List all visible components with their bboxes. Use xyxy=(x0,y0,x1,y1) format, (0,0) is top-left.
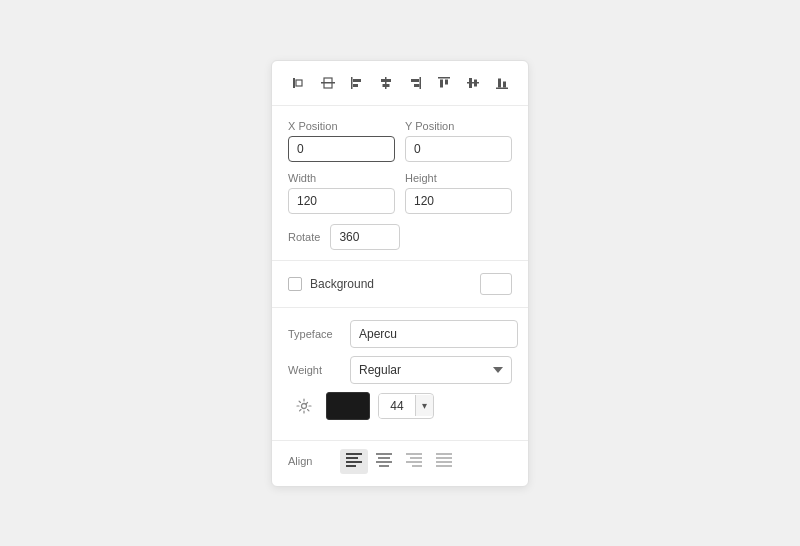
rotate-label: Rotate xyxy=(288,231,320,243)
align-center-v-button[interactable] xyxy=(316,71,340,95)
svg-rect-15 xyxy=(445,79,448,84)
position-size-section: X Position Y Position Width Height Rotat… xyxy=(272,106,528,261)
background-label: Background xyxy=(310,277,374,291)
font-size-dropdown[interactable]: ▾ xyxy=(415,395,433,416)
align-left-edge-button[interactable] xyxy=(287,71,311,95)
svg-rect-30 xyxy=(379,465,389,467)
svg-rect-36 xyxy=(436,457,452,459)
alignment-toolbar xyxy=(272,61,528,106)
y-position-label: Y Position xyxy=(405,120,512,132)
svg-rect-35 xyxy=(436,453,452,455)
rotate-input[interactable] xyxy=(330,224,400,250)
y-position-input[interactable] xyxy=(405,136,512,162)
svg-rect-18 xyxy=(474,79,477,86)
svg-rect-19 xyxy=(496,87,508,89)
width-label: Width xyxy=(288,172,395,184)
width-input[interactable] xyxy=(288,188,395,214)
text-align-justify-button[interactable] xyxy=(430,449,458,474)
color-settings-icon[interactable] xyxy=(290,392,318,420)
rotate-row: Rotate xyxy=(288,224,512,250)
svg-rect-8 xyxy=(381,79,391,82)
align-top-button[interactable] xyxy=(432,71,456,95)
x-position-input[interactable] xyxy=(288,136,395,162)
svg-rect-6 xyxy=(353,84,358,87)
svg-rect-13 xyxy=(438,77,450,79)
height-input[interactable] xyxy=(405,188,512,214)
align-bottom-button[interactable] xyxy=(490,71,514,95)
svg-rect-16 xyxy=(467,82,479,84)
text-align-buttons xyxy=(340,449,458,474)
svg-rect-29 xyxy=(376,461,392,463)
typography-section: Typeface Weight Regular Thin Light Mediu… xyxy=(272,308,528,441)
svg-rect-24 xyxy=(346,457,358,459)
background-color-swatch[interactable] xyxy=(480,273,512,295)
weight-select[interactable]: Regular Thin Light Medium Bold Black xyxy=(350,356,512,384)
position-row: X Position Y Position xyxy=(288,120,512,162)
background-left: Background xyxy=(288,277,374,291)
properties-panel: X Position Y Position Width Height Rotat… xyxy=(271,60,529,487)
svg-rect-10 xyxy=(419,77,421,89)
svg-rect-21 xyxy=(503,81,506,87)
background-checkbox[interactable] xyxy=(288,277,302,291)
svg-rect-2 xyxy=(321,82,335,84)
svg-rect-23 xyxy=(346,453,362,455)
svg-rect-32 xyxy=(410,457,422,459)
svg-rect-9 xyxy=(382,84,389,87)
width-group: Width xyxy=(288,172,395,214)
text-align-left-button[interactable] xyxy=(340,449,368,474)
svg-rect-26 xyxy=(346,465,356,467)
font-size-input[interactable] xyxy=(379,394,415,418)
x-position-group: X Position xyxy=(288,120,395,162)
svg-rect-0 xyxy=(293,78,295,88)
align-center-h-button[interactable] xyxy=(374,71,398,95)
text-align-center-button[interactable] xyxy=(370,449,398,474)
svg-rect-28 xyxy=(378,457,390,459)
x-position-label: X Position xyxy=(288,120,395,132)
typeface-row: Typeface xyxy=(288,320,512,348)
text-color-swatch[interactable] xyxy=(326,392,370,420)
svg-rect-31 xyxy=(406,453,422,455)
typeface-label: Typeface xyxy=(288,328,340,340)
align-label: Align xyxy=(288,455,340,467)
svg-rect-7 xyxy=(385,77,387,89)
svg-rect-33 xyxy=(406,461,422,463)
weight-label: Weight xyxy=(288,364,340,376)
weight-row: Weight Regular Thin Light Medium Bold Bl… xyxy=(288,356,512,384)
size-row: Width Height xyxy=(288,172,512,214)
svg-rect-20 xyxy=(498,78,501,87)
svg-rect-34 xyxy=(412,465,422,467)
text-align-right-button[interactable] xyxy=(400,449,428,474)
height-label: Height xyxy=(405,172,512,184)
svg-rect-11 xyxy=(411,79,419,82)
height-group: Height xyxy=(405,172,512,214)
align-left-button[interactable] xyxy=(345,71,369,95)
align-right-button[interactable] xyxy=(403,71,427,95)
svg-rect-1 xyxy=(296,80,302,86)
svg-rect-17 xyxy=(469,78,472,88)
background-section: Background xyxy=(272,261,528,308)
text-align-section: Align xyxy=(272,441,528,486)
font-size-control: ▾ xyxy=(378,393,434,419)
color-size-row: ▾ xyxy=(288,392,512,420)
svg-rect-38 xyxy=(436,465,452,467)
svg-rect-14 xyxy=(440,79,443,87)
align-middle-button[interactable] xyxy=(461,71,485,95)
svg-rect-25 xyxy=(346,461,362,463)
svg-rect-27 xyxy=(376,453,392,455)
svg-rect-37 xyxy=(436,461,452,463)
typeface-input[interactable] xyxy=(350,320,518,348)
svg-rect-5 xyxy=(353,79,361,82)
svg-rect-12 xyxy=(414,84,420,87)
svg-rect-4 xyxy=(351,77,353,89)
y-position-group: Y Position xyxy=(405,120,512,162)
